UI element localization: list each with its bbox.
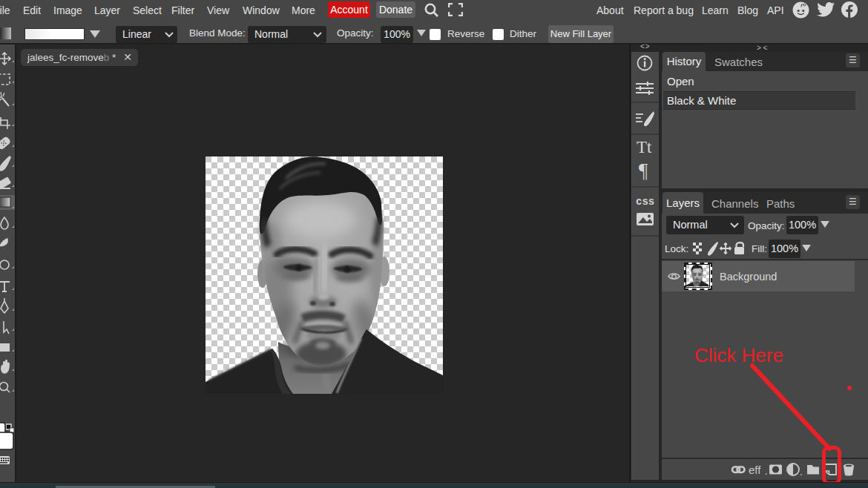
svg-text:css: css	[636, 196, 654, 208]
svg-text:Tt: Tt	[637, 138, 652, 156]
svg-text:eff: eff	[749, 464, 761, 476]
svg-text:¶: ¶	[639, 159, 648, 182]
